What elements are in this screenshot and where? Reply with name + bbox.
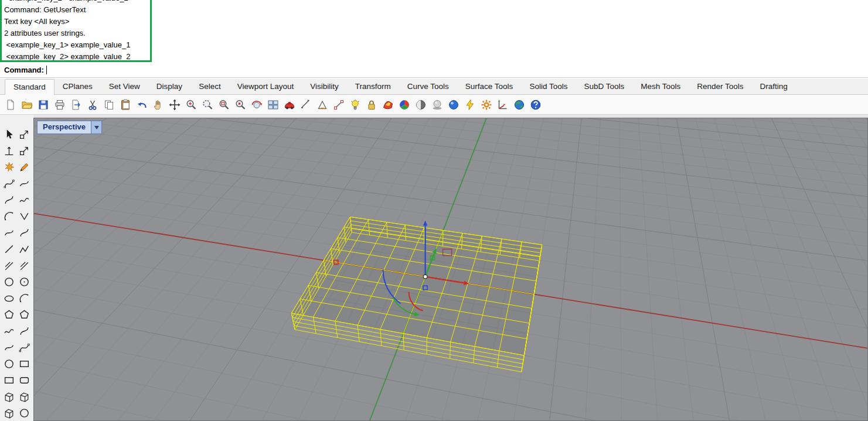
viewport-canvas[interactable]: [34, 118, 868, 421]
rectangle-rounded-icon[interactable]: [19, 375, 30, 386]
control-point-curve-icon[interactable]: [4, 178, 15, 189]
box-3pt-icon[interactable]: [4, 408, 15, 419]
zoom-window-icon[interactable]: [217, 98, 230, 111]
arc-center-icon[interactable]: [19, 293, 30, 304]
rotate-view-icon[interactable]: [250, 98, 263, 111]
marker-highlight-icon[interactable]: [19, 162, 30, 173]
paste-icon[interactable]: [118, 98, 132, 111]
tab-set-view[interactable]: Set View: [101, 79, 148, 94]
tab-mesh-tools[interactable]: Mesh Tools: [632, 79, 689, 94]
handle-curve-icon[interactable]: [4, 194, 15, 206]
tab-solid-tools[interactable]: Solid Tools: [521, 79, 576, 94]
export-selected-icon[interactable]: [69, 98, 83, 111]
interpolate-curve-icon[interactable]: [19, 178, 30, 189]
earth-geolocation-icon[interactable]: [512, 98, 526, 111]
move-icon[interactable]: [168, 98, 181, 111]
offset-curve-icon[interactable]: [19, 260, 30, 271]
history-line-clipped: <example_key_2> example_value_2: [4, 0, 130, 4]
viewport-title[interactable]: Perspective: [38, 121, 91, 134]
distance-icon[interactable]: [299, 98, 312, 111]
save-file-icon[interactable]: [36, 98, 50, 111]
cplane-widget-icon[interactable]: [496, 98, 509, 111]
tab-display[interactable]: Display: [148, 79, 190, 94]
polyline-icon[interactable]: [19, 244, 30, 255]
zoom-dynamic-icon[interactable]: [200, 98, 214, 111]
select-arrow-icon[interactable]: [4, 129, 15, 140]
flash-render-icon[interactable]: [463, 98, 476, 111]
box-corner-icon[interactable]: [4, 391, 15, 402]
command-prompt-row[interactable]: Command:: [0, 63, 868, 78]
sketch-curve-icon[interactable]: [19, 194, 30, 206]
rendered-viewport-icon[interactable]: [447, 98, 460, 111]
arc-3pt-icon[interactable]: [4, 211, 15, 222]
pan-view-icon[interactable]: [151, 98, 165, 111]
extend-curve-icon[interactable]: [4, 260, 15, 271]
freeform-curve-icon[interactable]: [4, 326, 15, 337]
tab-select[interactable]: Select: [190, 79, 229, 94]
tab-visibility[interactable]: Visibility: [302, 79, 347, 94]
new-document-icon[interactable]: [4, 98, 17, 111]
rectangle-corner-icon[interactable]: [4, 375, 15, 386]
polygon-center-icon[interactable]: [4, 309, 15, 320]
lamp-light-icon[interactable]: [348, 98, 362, 111]
command-input-caret: [46, 66, 47, 74]
conic-curve-icon[interactable]: [4, 227, 15, 238]
object-snap-icon[interactable]: [332, 98, 345, 111]
viewport-layout-icon[interactable]: [266, 98, 280, 111]
lock-objects-icon[interactable]: [365, 98, 378, 111]
standard-toolbar-icons: [0, 95, 868, 115]
print-icon[interactable]: [53, 98, 66, 111]
box-center-icon[interactable]: [19, 391, 30, 402]
zoom-icon[interactable]: [184, 98, 198, 111]
v-polyline-icon[interactable]: [19, 211, 30, 222]
viewport-menu-dropdown[interactable]: [91, 121, 101, 134]
transform-points-icon[interactable]: [19, 129, 30, 140]
color-wheel-icon[interactable]: [397, 98, 411, 111]
open-file-icon[interactable]: [20, 98, 33, 111]
tab-viewport-layout[interactable]: Viewport Layout: [229, 79, 302, 94]
ellipse-center-icon[interactable]: [4, 293, 15, 304]
command-prompt-label: Command:: [4, 66, 44, 74]
named-view-car-icon[interactable]: [282, 98, 296, 111]
helix-curve-icon[interactable]: [19, 326, 30, 337]
move-uvn-icon[interactable]: [4, 145, 15, 156]
tab-render-tools[interactable]: Render Tools: [689, 79, 751, 94]
copy-icon[interactable]: [102, 98, 115, 111]
explode-spark-icon[interactable]: [4, 162, 15, 173]
tab-cplanes[interactable]: CPlanes: [55, 79, 101, 94]
analyze-surface-icon[interactable]: [381, 98, 394, 111]
single-line-icon[interactable]: [4, 244, 15, 255]
tab-transform[interactable]: Transform: [347, 79, 399, 94]
command-history: <example_key_2> example_value_2Command: …: [0, 0, 868, 63]
history-line: <example_key_1> example_value_1: [4, 39, 130, 51]
tab-surface-tools[interactable]: Surface Tools: [457, 79, 522, 94]
history-line: <example_key_2> example_value_2: [4, 51, 130, 63]
cut-icon[interactable]: [86, 98, 99, 111]
circle-center-icon[interactable]: [4, 276, 15, 287]
ghosted-viewport-icon[interactable]: [430, 98, 444, 111]
help-icon[interactable]: [529, 98, 542, 111]
circle-3pt-icon[interactable]: [19, 276, 30, 287]
point-grid-icon[interactable]: [19, 358, 30, 369]
zoom-selected-icon[interactable]: [233, 98, 247, 111]
circle-deformable-icon[interactable]: [4, 358, 15, 369]
tab-curve-tools[interactable]: Curve Tools: [399, 79, 457, 94]
viewport-title-tab[interactable]: Perspective: [37, 121, 102, 134]
options-gear-icon[interactable]: [479, 98, 493, 111]
undo-icon[interactable]: [135, 98, 148, 111]
cylinder-icon[interactable]: [19, 408, 30, 419]
blend-curve-icon[interactable]: [19, 227, 30, 238]
curve-from-objects-icon[interactable]: [4, 342, 15, 353]
tab-standard[interactable]: Standard: [5, 79, 55, 95]
history-line: 2 attributes user strings.: [4, 28, 130, 39]
drag-objects-icon[interactable]: [19, 145, 30, 156]
tab-drafting[interactable]: Drafting: [752, 79, 796, 94]
polygon-edge-icon[interactable]: [19, 309, 30, 320]
perspective-viewport[interactable]: Perspective: [33, 118, 868, 421]
viewport-scene[interactable]: [34, 118, 868, 421]
project-curve-icon[interactable]: [19, 342, 30, 353]
tab-subd-tools[interactable]: SubD Tools: [576, 79, 632, 94]
shaded-viewport-icon[interactable]: [414, 98, 427, 111]
angle-dimension-icon[interactable]: [315, 98, 329, 111]
chevron-down-icon: [94, 126, 99, 132]
